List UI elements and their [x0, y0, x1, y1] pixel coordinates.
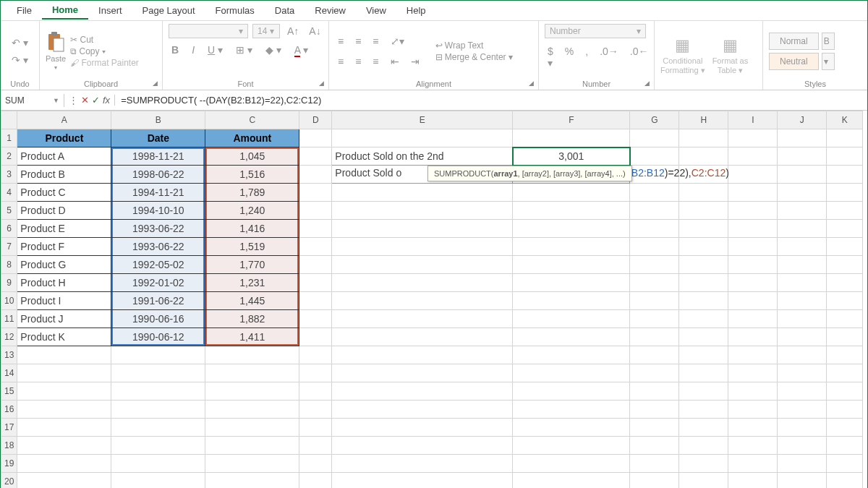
cell-H15[interactable]	[679, 382, 728, 401]
menu-formulas[interactable]: Formulas	[205, 2, 265, 19]
align-launcher-icon[interactable]: ◢	[529, 80, 534, 87]
cell-I10[interactable]	[728, 292, 778, 310]
cell-B12[interactable]: 1990-06-12	[111, 328, 205, 346]
underline-button[interactable]: U ▾	[205, 43, 226, 57]
cell-E5[interactable]	[332, 202, 513, 220]
align-left-icon[interactable]: ≡	[335, 54, 346, 69]
cell-K8[interactable]	[827, 256, 863, 274]
cell-E13[interactable]	[332, 346, 513, 364]
cell-A14[interactable]	[17, 364, 111, 382]
format-as-table-button[interactable]: ▦ Format asTable ▾	[712, 36, 749, 74]
cell-F7[interactable]	[513, 238, 630, 256]
cell-C5[interactable]: 1,240	[205, 202, 299, 220]
cell-E4[interactable]	[332, 184, 513, 202]
cell-G2[interactable]	[630, 147, 679, 166]
cell-H4[interactable]	[679, 184, 728, 202]
cell-A15[interactable]	[17, 382, 111, 401]
cell-A7[interactable]: Product F	[17, 238, 111, 256]
cell-B7[interactable]: 1993-06-22	[111, 238, 205, 256]
paste-button[interactable]: Paste ▾	[46, 31, 66, 71]
menu-view[interactable]: View	[356, 2, 396, 19]
cell-C20[interactable]	[205, 473, 299, 489]
cell-E16[interactable]	[332, 401, 513, 419]
cell-J1[interactable]	[778, 129, 827, 147]
number-launcher-icon[interactable]: ◢	[644, 80, 650, 87]
cell-E2[interactable]: Product Sold on the 2nd	[332, 147, 513, 166]
cell-A12[interactable]: Product K	[17, 328, 111, 346]
column-header-C[interactable]: C	[205, 111, 299, 129]
cell-D8[interactable]	[299, 256, 332, 274]
cell-K10[interactable]	[827, 292, 863, 310]
copy-button[interactable]: ⧉ Copy ▾	[70, 46, 139, 56]
cell-K14[interactable]	[827, 364, 863, 382]
cell-G8[interactable]	[630, 256, 679, 274]
cell-K16[interactable]	[827, 401, 863, 419]
cell-F2[interactable]: 3,001	[513, 147, 630, 166]
cell-J2[interactable]	[778, 147, 827, 166]
align-middle-icon[interactable]: ≡	[352, 34, 364, 48]
cell-I12[interactable]	[728, 328, 778, 346]
cell-G4[interactable]	[630, 184, 679, 202]
cell-I13[interactable]	[728, 346, 778, 364]
cell-J6[interactable]	[778, 220, 827, 238]
cell-B2[interactable]: 1998-11-21	[111, 147, 205, 166]
cell-K19[interactable]	[827, 455, 863, 473]
cell-H14[interactable]	[679, 364, 728, 382]
cell-D2[interactable]	[299, 147, 332, 166]
cell-B15[interactable]	[111, 382, 205, 401]
cell-C9[interactable]: 1,231	[205, 274, 299, 292]
cell-F14[interactable]	[513, 364, 630, 382]
cell-I9[interactable]	[728, 274, 778, 292]
cell-I19[interactable]	[728, 455, 778, 473]
cell-D16[interactable]	[299, 401, 332, 419]
row-header-6[interactable]: 6	[1, 220, 17, 238]
cell-G20[interactable]	[630, 473, 679, 489]
cell-F15[interactable]	[513, 382, 630, 401]
accept-formula-icon[interactable]: ✓	[92, 95, 100, 106]
cell-I11[interactable]	[728, 310, 778, 328]
cell-B11[interactable]: 1990-06-16	[111, 310, 205, 328]
cell-H18[interactable]	[679, 437, 728, 455]
row-header-20[interactable]: 20	[1, 473, 17, 489]
row-header-11[interactable]: 11	[1, 310, 17, 328]
italic-button[interactable]: I	[189, 43, 197, 57]
row-header-18[interactable]: 18	[1, 437, 17, 455]
menu-home[interactable]: Home	[42, 1, 88, 20]
cell-J5[interactable]	[778, 202, 827, 220]
cell-F20[interactable]	[513, 473, 630, 489]
row-header-13[interactable]: 13	[1, 346, 17, 364]
cell-A20[interactable]	[17, 473, 111, 489]
cell-E19[interactable]	[332, 455, 513, 473]
cell-D1[interactable]	[299, 129, 332, 147]
cancel-formula-icon[interactable]: ✕	[81, 95, 89, 106]
cell-F4[interactable]	[513, 184, 630, 202]
cell-I1[interactable]	[728, 129, 778, 147]
cell-style-neutral[interactable]: Neutral	[769, 53, 819, 70]
cell-K7[interactable]	[827, 238, 863, 256]
cell-K13[interactable]	[827, 346, 863, 364]
cell-D17[interactable]	[299, 419, 332, 437]
cell-J7[interactable]	[778, 238, 827, 256]
cell-D5[interactable]	[299, 202, 332, 220]
cell-I4[interactable]	[728, 184, 778, 202]
decrease-decimal-icon[interactable]: .0←	[627, 44, 652, 70]
cell-D13[interactable]	[299, 346, 332, 364]
formula-input[interactable]: =SUMPRODUCT( --(DAY(B2:B12)=22),C2:C12)	[115, 93, 867, 107]
cell-I5[interactable]	[728, 202, 778, 220]
column-header-K[interactable]: K	[827, 111, 863, 129]
menu-help[interactable]: Help	[396, 2, 436, 19]
cell-J15[interactable]	[778, 382, 827, 401]
cut-button[interactable]: ✂ Cut	[70, 35, 139, 45]
cell-G17[interactable]	[630, 419, 679, 437]
cell-G12[interactable]	[630, 328, 679, 346]
cell-F5[interactable]	[513, 202, 630, 220]
cell-H2[interactable]	[679, 147, 728, 166]
cell-E14[interactable]	[332, 364, 513, 382]
cell-I17[interactable]	[728, 419, 778, 437]
cell-C11[interactable]: 1,882	[205, 310, 299, 328]
cell-J13[interactable]	[778, 346, 827, 364]
cell-F16[interactable]	[513, 401, 630, 419]
cell-A13[interactable]	[17, 346, 111, 364]
cell-C18[interactable]	[205, 437, 299, 455]
row-header-12[interactable]: 12	[1, 328, 17, 346]
